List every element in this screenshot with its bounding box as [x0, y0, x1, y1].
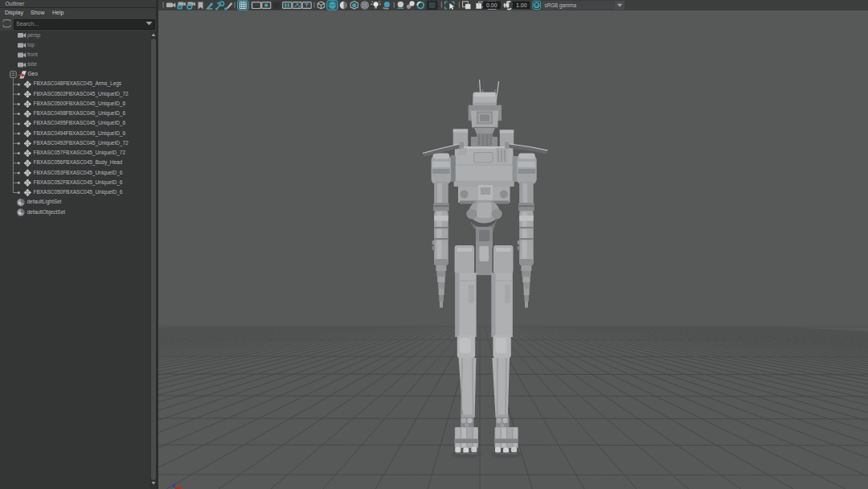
svg-text:1.00: 1.00	[516, 2, 527, 8]
svg-text:z: z	[172, 483, 175, 488]
svg-text:0.00: 0.00	[486, 2, 497, 8]
svg-text:x: x	[179, 484, 182, 489]
svg-text:sRGB gamma: sRGB gamma	[545, 2, 577, 9]
